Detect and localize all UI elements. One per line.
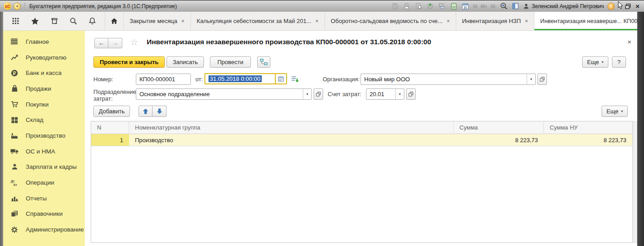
dropdown-arrow-icon[interactable]: ▾ — [395, 89, 404, 99]
organization-value: Новый мир ООО — [361, 76, 527, 83]
move-row-buttons — [139, 106, 167, 117]
caret-down-icon: ▾ — [602, 60, 603, 64]
favorites-star-icon[interactable] — [31, 17, 39, 25]
history-icon[interactable] — [51, 17, 58, 25]
zoom-icon[interactable] — [500, 2, 508, 10]
table-row[interactable]: 1 Производство 8 223,73 8 223,73 — [91, 134, 632, 146]
print-icon[interactable] — [403, 2, 411, 10]
menu-grid-icon[interactable] — [12, 17, 19, 25]
trend-icon — [10, 53, 19, 61]
cost-account-field[interactable]: 20.01 ▾ — [366, 88, 404, 100]
tab-inventarizaciya-doc[interactable]: Инвентаризация незаверше... КП00-000001 … — [534, 12, 644, 30]
system-menu-button[interactable]: ▾ — [14, 3, 21, 10]
close-tab-icon[interactable]: × — [315, 18, 319, 24]
sidebar-item-zarplata-i-kadry[interactable]: Зарплата и кадры — [3, 159, 85, 175]
tab-label: Калькуляция себестоимости за Май 201... — [197, 18, 311, 24]
calendar-picker-button[interactable] — [275, 74, 286, 84]
back-button[interactable]: ← — [94, 38, 108, 48]
sidebar-item-os-i-nma[interactable]: ОС и НМА — [3, 144, 85, 159]
tab-kalkulyaciya[interactable]: Калькуляция себестоимости за Май 201... … — [191, 12, 325, 30]
books-icon — [10, 210, 19, 218]
open-department-button[interactable] — [314, 88, 323, 100]
calendar-icon — [278, 76, 284, 82]
move-down-button[interactable] — [153, 106, 167, 117]
split-view-icon[interactable] — [511, 2, 519, 10]
print-preview-icon[interactable] — [414, 2, 422, 10]
menu-lines-icon — [10, 37, 19, 46]
svg-text:Кт: Кт — [14, 183, 17, 186]
calendar-icon[interactable]: 31 — [461, 2, 469, 10]
close-window-icon[interactable]: × — [635, 3, 639, 9]
sidebar-item-proizvodstvo[interactable]: Производство — [3, 128, 85, 144]
help-button[interactable]: ? — [612, 56, 626, 68]
table-more-button[interactable]: Еще▾ — [602, 106, 628, 117]
info-icon[interactable]: i — [607, 3, 615, 10]
cell-sum[interactable]: 8 223,73 — [454, 134, 544, 146]
show-postings-button[interactable] — [257, 56, 270, 68]
sidebar-item-bank-i-kassa[interactable]: Р Банк и касса — [3, 65, 85, 81]
load-file-icon[interactable] — [426, 2, 434, 10]
close-tab-icon[interactable]: × — [447, 18, 450, 24]
organization-field[interactable]: Новый мир ООО ▾ — [361, 74, 536, 85]
1c-logo-icon: 1С — [4, 2, 11, 10]
dropdown-arrow-icon[interactable]: ▾ — [303, 89, 311, 99]
sidebar-item-label: Операции — [26, 179, 54, 186]
close-tab-icon[interactable]: × — [181, 18, 185, 24]
dropdown-arrow-icon[interactable]: ▾ — [527, 74, 535, 84]
vertical-scrollbar[interactable] — [633, 121, 637, 243]
notifications-bell-icon[interactable] — [88, 17, 96, 25]
add-row-button[interactable]: Добавить — [93, 106, 130, 117]
tab-inventarizaciya-nzp[interactable]: Инвентаризация НЗП × — [456, 12, 534, 30]
sidebar-item-spravochniki[interactable]: Справочники — [3, 206, 85, 222]
sidebar-item-label: Администрирование — [26, 226, 84, 233]
send-file-icon[interactable] — [438, 2, 446, 10]
department-field[interactable]: Основное подразделение ▾ — [136, 88, 312, 100]
cell-row-number: 1 — [91, 134, 129, 146]
sidebar-item-sklad[interactable]: Склад — [3, 112, 85, 128]
current-user[interactable]: Зеленский Андрей Петрович — [523, 3, 604, 9]
close-tab-icon[interactable]: × — [525, 18, 528, 24]
calculator-icon[interactable] — [449, 2, 458, 10]
caret-down-icon[interactable]: ▾ — [618, 4, 620, 8]
cell-nomenclature-group[interactable]: Производство — [129, 134, 454, 146]
sidebar-item-pokupki[interactable]: Покупки — [3, 97, 85, 112]
open-cost-account-button[interactable] — [406, 88, 416, 100]
sidebar-item-prodazhi[interactable]: Продажи — [3, 81, 85, 97]
number-field[interactable]: КП00-000001 — [136, 74, 191, 85]
post-and-close-button[interactable]: Провести и закрыть — [93, 56, 165, 68]
restore-window-icon[interactable] — [624, 2, 632, 10]
favorite-star-icon[interactable]: ☆ — [130, 37, 138, 47]
fill-document-button[interactable] — [289, 74, 301, 85]
tab-zakrytie-mesyaca[interactable]: Закрытие месяца × — [124, 12, 191, 30]
save-button[interactable]: Записать — [167, 56, 204, 68]
column-header-sum-nu[interactable]: Сумма НУ — [544, 121, 632, 134]
more-button[interactable]: Еще▾ — [582, 56, 608, 68]
sidebar-item-administrirovanie[interactable]: Администрирование — [3, 222, 85, 237]
search-icon[interactable] — [69, 17, 77, 25]
sidebar-item-label: Банк и касса — [26, 70, 62, 76]
tab-label: Инвентаризация незаверше... КП00-000001 — [540, 18, 644, 24]
memory-m-button[interactable]: M — [473, 4, 477, 9]
sidebar-item-operacii[interactable]: ДтКт Операции — [3, 175, 85, 190]
tab-home[interactable] — [105, 12, 124, 30]
post-button[interactable]: Провести — [210, 56, 251, 68]
sidebar-item-glavnoe[interactable]: Главное — [3, 34, 85, 50]
column-header-sum[interactable]: Сумма — [454, 121, 544, 134]
column-header-group[interactable]: Номенклатурная группа — [129, 121, 454, 134]
cell-sum-nu[interactable]: 8 223,73 — [544, 134, 632, 146]
move-up-button[interactable] — [139, 106, 153, 117]
column-header-n[interactable]: N — [91, 121, 129, 134]
sidebar-item-otchety[interactable]: Отчеты — [3, 190, 85, 206]
close-form-icon[interactable]: × — [627, 38, 631, 45]
open-link-icon — [316, 92, 321, 97]
memory-m-minus-button[interactable]: M- — [491, 4, 496, 9]
sidebar-item-rukovoditelyu[interactable]: Руководителю — [3, 50, 85, 65]
tab-osv[interactable]: Оборотно-сальдовая ведомость по сче... × — [325, 12, 456, 30]
forward-button[interactable]: → — [108, 38, 122, 48]
save-icon[interactable] — [391, 2, 399, 10]
memory-m-plus-button[interactable]: M+ — [481, 4, 487, 9]
document-title: Инвентаризация незавершенного производст… — [147, 38, 431, 46]
date-field[interactable]: 31.05.2018 0:00:00 — [204, 73, 287, 84]
open-organization-button[interactable] — [537, 74, 547, 85]
ruble-coin-icon: Р — [10, 69, 19, 77]
